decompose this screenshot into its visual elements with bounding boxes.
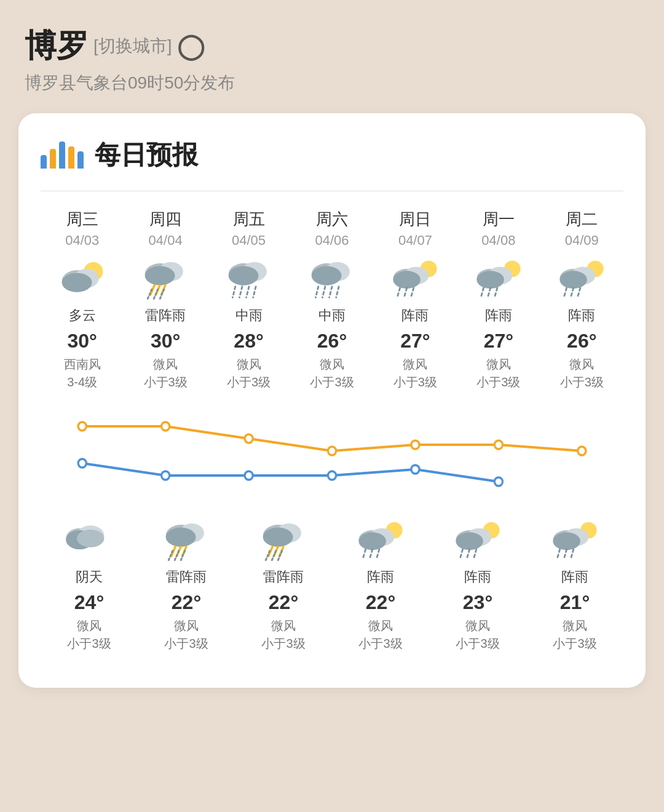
day-date: 04/03 [65, 233, 99, 249]
night-wind-dir: 微风 [77, 618, 101, 634]
day-name: 周日 [399, 209, 431, 230]
svg-point-3 [61, 273, 92, 292]
condition: 中雨 [318, 306, 346, 325]
svg-line-31 [398, 289, 400, 298]
day-date: 04/04 [149, 233, 183, 249]
wind-level: 小于3级 [393, 374, 437, 391]
night-weather-icon [259, 519, 308, 562]
low-temp: 22° [366, 591, 395, 614]
day-col: 周一 04/08 阵雨 27° 微风 小于3级 [457, 209, 540, 396]
day-name: 周六 [316, 209, 348, 230]
night-condition: 雷阵雨 [263, 568, 304, 586]
svg-point-73 [358, 533, 385, 551]
city-name: 博罗 [25, 25, 89, 68]
svg-point-80 [456, 533, 483, 551]
svg-line-75 [370, 550, 372, 560]
svg-point-15 [228, 266, 258, 285]
night-col: 阵雨 21° 微风 小于3级 [526, 519, 623, 657]
high-temp: 26° [567, 330, 596, 352]
night-weather-icon [356, 519, 405, 562]
weather-icon [557, 257, 606, 300]
night-col: 阵雨 22° 微风 小于3级 [332, 519, 429, 657]
wind-dir: 微风 [569, 356, 594, 373]
day-col: 周三 04/03 多云 30° 西南风 3-4级 [41, 209, 124, 396]
svg-line-81 [460, 550, 462, 560]
city-title-row: 博罗 [切换城市] ◯ [25, 25, 646, 68]
condition: 多云 [69, 306, 96, 325]
svg-point-37 [476, 271, 504, 289]
condition: 阵雨 [401, 306, 429, 325]
publish-info: 博罗县气象台09时50分发布 [25, 71, 646, 95]
svg-line-68 [272, 551, 276, 561]
svg-line-25 [330, 287, 332, 298]
high-temp: 28° [234, 330, 263, 352]
divider [41, 191, 623, 191]
svg-line-76 [376, 550, 379, 560]
svg-line-82 [467, 550, 469, 560]
night-col: 阴天 24° 微风 小于3级 [41, 519, 138, 657]
header: 博罗 [切换城市] ◯ 博罗县气象台09时50分发布 [18, 25, 646, 95]
day-col: 周六 04/06 中雨 26° 微风 小于3级 [290, 209, 373, 396]
card-title: 每日预报 [95, 138, 198, 172]
svg-line-11 [154, 290, 158, 300]
wind-dir: 西南风 [64, 356, 101, 373]
night-wind-level: 小于3级 [67, 635, 111, 652]
svg-line-74 [363, 550, 365, 560]
night-wind-dir: 微风 [368, 618, 393, 634]
day-name: 周二 [566, 209, 598, 230]
high-temp: 27° [484, 330, 513, 352]
weather-icon [58, 257, 107, 300]
night-col: 雷阵雨 22° 微风 小于3级 [138, 519, 235, 657]
night-wind-dir: 微风 [174, 618, 199, 634]
high-temp: 30° [151, 330, 180, 352]
night-weather-icon [550, 519, 599, 562]
svg-line-88 [557, 550, 559, 560]
low-temp: 24° [74, 591, 104, 614]
day-col: 周日 04/07 阵雨 27° 微风 小于3级 [374, 209, 457, 396]
svg-line-83 [473, 550, 476, 560]
condition: 阵雨 [485, 306, 512, 325]
night-wind-dir: 微风 [465, 618, 490, 634]
night-wind-level: 小于3级 [456, 635, 499, 652]
svg-line-47 [578, 289, 580, 298]
svg-line-59 [175, 551, 179, 561]
svg-line-39 [488, 289, 490, 298]
wind-dir: 微风 [153, 356, 178, 373]
day-name: 周五 [233, 209, 265, 230]
wind-dir: 微风 [403, 356, 427, 373]
low-temp: 23° [463, 591, 492, 614]
wind-level: 小于3级 [310, 374, 354, 391]
svg-line-16 [232, 287, 235, 298]
night-condition: 阵雨 [367, 568, 394, 586]
night-wind-level: 小于3级 [164, 635, 208, 652]
day-date: 04/09 [565, 233, 599, 249]
temperature-chart [41, 402, 623, 500]
svg-point-51 [77, 530, 104, 547]
wind-dir: 微风 [486, 356, 511, 373]
svg-point-87 [553, 533, 580, 551]
condition: 雷阵雨 [145, 306, 186, 325]
switch-city-label[interactable]: [切换城市] [93, 34, 172, 58]
svg-line-45 [564, 289, 566, 298]
night-condition: 雷阵雨 [166, 568, 207, 586]
low-temp: 21° [560, 591, 590, 614]
wind-dir: 微风 [320, 356, 344, 373]
day-date: 04/05 [232, 233, 266, 249]
forecast-card: 每日预报 周三 04/03 多云 30° 西南风 3-4级 周四 04/04 [18, 113, 646, 688]
night-wind-level: 小于3级 [358, 635, 402, 652]
day-col: 周四 04/04 雷阵雨 30° 微风 小于3级 [124, 209, 207, 396]
day-forecast-grid: 周三 04/03 多云 30° 西南风 3-4级 周四 04/04 雷阵雨 30 [41, 209, 623, 396]
day-date: 04/08 [481, 233, 515, 249]
forecast-icon [41, 141, 84, 169]
condition: 阵雨 [568, 306, 595, 325]
weather-icon [141, 257, 190, 300]
high-temp: 27° [400, 330, 430, 352]
night-condition: 阵雨 [561, 568, 588, 586]
day-date: 04/06 [315, 233, 349, 249]
card-header: 每日预报 [41, 138, 623, 172]
svg-line-17 [239, 287, 242, 298]
night-weather-icon [453, 519, 502, 562]
location-icon: ◯ [177, 32, 205, 60]
wind-level: 小于3级 [476, 374, 520, 391]
night-col: 雷阵雨 22° 微风 小于3级 [235, 519, 332, 657]
